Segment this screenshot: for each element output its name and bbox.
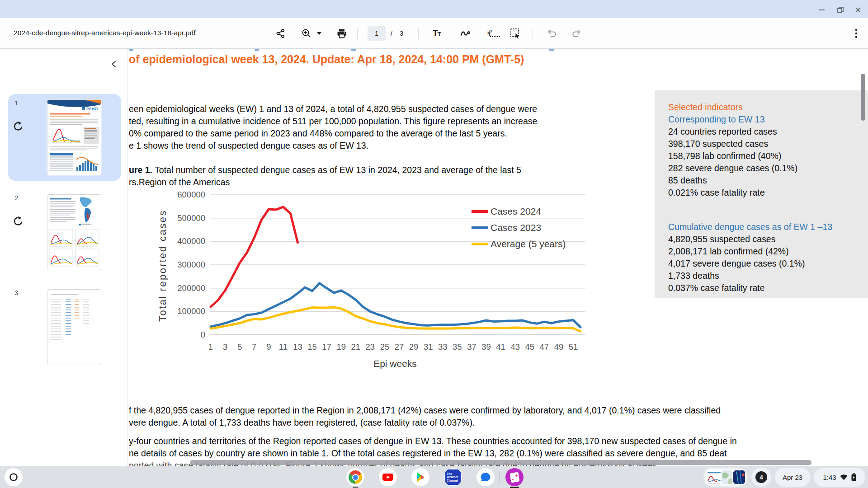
gallery-active-indicator [510,487,519,488]
svg-text:41: 41 [496,342,505,352]
date-tray[interactable]: Apr 23 [775,468,810,487]
svg-text:1: 1 [208,342,213,352]
play-store-icon[interactable] [411,468,429,486]
clipped-text-fragment [255,49,259,51]
wifi-icon [840,474,848,481]
share-icon[interactable] [274,26,288,41]
svg-text:37: 37 [467,342,476,352]
date-label: Apr 23 [783,474,802,481]
signature-icon[interactable]: x ℓ [483,26,497,41]
svg-text:31: 31 [424,342,433,352]
svg-text:300000: 300000 [177,260,205,269]
svg-text:600000: 600000 [177,190,205,199]
thumbnail-sidebar: 1 PAHO [0,49,127,466]
svg-text:Cases 2023: Cases 2023 [491,222,541,233]
svg-text:33: 33 [438,342,448,352]
svg-text:49: 49 [554,342,564,352]
svg-text:39: 39 [481,342,491,352]
svg-text:23: 23 [366,342,375,352]
horizontal-scrollbar[interactable] [190,460,811,465]
svg-text:Average (5 years): Average (5 years) [491,239,566,249]
page-2-preview[interactable] [47,194,101,270]
svg-text:17: 17 [322,342,331,352]
svg-text:15: 15 [307,342,317,352]
holding-space-tray[interactable] [703,468,748,487]
select-area-icon[interactable] [508,26,523,41]
print-icon[interactable] [335,26,349,41]
toolbar-separator [418,28,419,39]
indicators-subtitle-cumulative: Cumulative dengue cases as of EW 1 –13 [668,221,863,233]
svg-text:21: 21 [351,342,361,352]
page-total: 3 [400,30,403,37]
rotate-page-icon[interactable] [13,120,24,132]
pdf-toolbar: 2024-cde-dengue-sitrep-americas-epi-week… [0,18,868,49]
sidebar-collapse-icon[interactable] [108,58,120,70]
launcher-button[interactable] [5,468,23,486]
clipped-text-fragment [351,49,356,51]
svg-text:Epi weeks: Epi weeks [373,358,417,369]
close-icon[interactable] [853,5,863,15]
chrome-icon[interactable] [346,468,364,486]
svg-text:25: 25 [380,342,390,352]
status-tray[interactable]: 1:43 [814,468,865,487]
undo-icon[interactable] [545,26,560,41]
time-label: 1:43 [823,474,836,481]
draw-annotation-icon[interactable] [458,26,473,41]
figure-1-caption: ure 1. Total number of suspected dengue … [129,164,521,188]
svg-text:45: 45 [525,342,534,352]
shelf: The Weather Channel [0,466,868,488]
figure1-chart: 0100000200000300000400000500000600000135… [155,188,625,375]
clipped-text-fragment [549,49,554,51]
svg-text:5: 5 [237,342,242,352]
svg-text:11: 11 [279,342,288,352]
zoom-icon[interactable] [299,26,314,41]
content-area: 1 PAHO [0,49,868,466]
more-options-icon[interactable] [849,26,863,41]
weather-channel-icon[interactable]: The Weather Channel [444,468,462,486]
thumbnail-page-3[interactable]: 3 [8,284,121,371]
thumbnail-page-number: 1 [14,99,18,107]
indicators-subtitle-ew13: Corresponding to EW 13 [668,113,863,126]
indicators-title: Selected indicators [668,101,863,113]
gallery-icon[interactable] [505,468,524,486]
svg-text:200000: 200000 [177,283,205,293]
svg-text:3: 3 [223,342,227,352]
window-titlebar [0,0,868,18]
restore-icon[interactable] [835,5,846,15]
toolbar-separator [533,28,533,39]
svg-text:29: 29 [409,342,419,352]
page-1-preview[interactable]: PAHO [47,99,101,175]
youtube-icon[interactable] [379,468,397,486]
vertical-scrollbar[interactable] [861,74,865,121]
svg-text:400000: 400000 [177,236,205,246]
messages-icon[interactable] [476,468,495,486]
rotate-page-icon[interactable] [13,215,24,227]
svg-text:Cases 2024: Cases 2024 [491,206,541,216]
notification-count-badge: 4 [755,471,767,483]
thumbnail-page-number: 3 [14,289,18,296]
thumbnail-page-number: 2 [14,194,18,202]
svg-text:47: 47 [540,342,549,352]
selected-indicators-panel: Selected indicators Corresponding to EW … [655,90,868,298]
page-separator: / [391,30,392,37]
svg-text:13: 13 [293,342,302,352]
paragraph-2: f the 4,820,955 cases of dengue reported… [129,404,721,429]
page-number-input[interactable]: 1 [368,26,386,41]
svg-text:35: 35 [453,342,462,352]
toolbar-separator [357,28,358,39]
zoom-dropdown-icon[interactable] [314,26,325,41]
pdf-page-view: of epidemiological week 13, 2024. Update… [128,49,868,466]
redo-icon[interactable] [569,26,583,41]
svg-text:27: 27 [395,342,404,352]
svg-text:PAHO: PAHO [86,107,98,111]
thumbnail-page-1[interactable]: 1 PAHO [8,94,121,181]
page-3-preview[interactable] [47,289,101,365]
svg-text:0: 0 [201,330,205,339]
svg-text:Total reported cases: Total reported cases [157,210,168,322]
thumbnail-page-2[interactable]: 2 [8,189,121,276]
clipped-text-fragment [129,49,133,51]
minimize-icon[interactable] [816,5,827,15]
document-filename: 2024-cde-dengue-sitrep-americas-epi-week… [14,29,196,37]
notification-counter[interactable]: 4 [751,468,771,487]
text-annotation-icon[interactable]: TT [429,26,444,41]
